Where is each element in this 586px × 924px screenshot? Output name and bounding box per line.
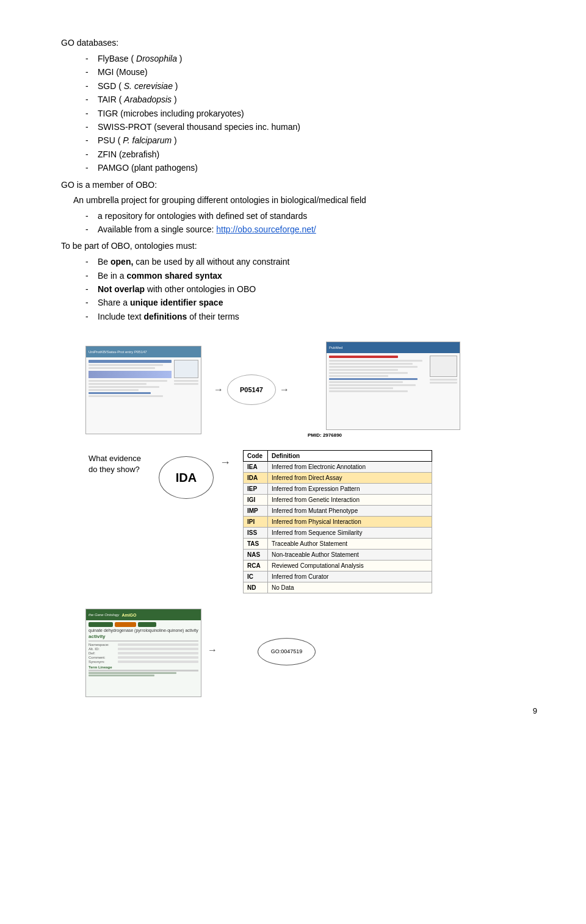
evidence-definition: Inferred from Genetic Interaction [268, 495, 432, 506]
uniprot-header: UniProtKB/Swiss-Prot entry P05147 [86, 346, 201, 357]
evidence-definition: No Data [268, 582, 432, 593]
arrow-to-p05147: → [214, 384, 223, 395]
evidence-code: IMP [244, 506, 268, 517]
table-row: IPIInferred from Physical Interaction [244, 517, 432, 528]
amigo-body: quinate dehydrogenase (pyrroloquinoline-… [86, 620, 201, 678]
table-header-code: Code [244, 451, 268, 462]
list-item-flybase: FlyBase ( Drosophila ) [85, 52, 537, 65]
pubmed-screenshot: PubMed [326, 342, 460, 430]
table-row: ICInferred from Curator [244, 571, 432, 582]
page-number: 9 [533, 706, 537, 715]
table-row: IGIInferred from Genetic Interaction [244, 495, 432, 506]
evidence-definition: Traceable Author Statement [268, 539, 432, 550]
list-item-pamgo: PAMGO (plant pathogens) [85, 161, 537, 174]
go-id-oval: GO:0047519 [258, 638, 316, 665]
list-item-available: Available from a single source: http://o… [85, 223, 537, 236]
table-row: IEAInferred from Electronic Annotation [244, 462, 432, 473]
uniprot-arrow-container: → P05147 → [214, 374, 289, 405]
evidence-definition: Inferred from Curator [268, 571, 432, 582]
table-row: NASNon-traceable Author Statement [244, 550, 432, 560]
arrow-from-p05147: → [280, 384, 289, 395]
list-item-repository: a repository for ontologies with defined… [85, 209, 537, 223]
bottom-diagram-row: What evidence do they show? IDA → Code D… [85, 450, 537, 593]
top-diagram-row: UniProtKB/Swiss-Prot entry P05147 [85, 342, 537, 438]
list-item-unique: Share a unique identifier space [85, 296, 537, 309]
amigo-arrow-container: → GO:0047519 [208, 635, 316, 665]
list-item-swissprot: SWISS-PROT (several thousand species inc… [85, 120, 537, 134]
evidence-definition: Inferred from Electronic Annotation [268, 462, 432, 473]
table-row: IEPInferred from Expression Pattern [244, 484, 432, 495]
list-item-not-overlap: Not overlap with other ontologies in OBO [85, 282, 537, 296]
evidence-code: RCA [244, 560, 268, 571]
amigo-header: the Gene Ontology AmiGO [86, 609, 201, 620]
evidence-code: IEA [244, 462, 268, 473]
evidence-definition: Inferred from Direct Assay [268, 473, 432, 484]
go-databases-text: GO databases: [61, 38, 118, 48]
list-item-sgd: SGD ( S. cerevisiae ) [85, 79, 537, 93]
evidence-definition: Reviewed Computational Analysis [268, 560, 432, 571]
pmid-label: PMID: 2976890 [308, 432, 342, 438]
diagrams-area: UniProtKB/Swiss-Prot entry P05147 [61, 342, 537, 697]
obo-must-label: To be part of OBO, ontologies must: [61, 240, 537, 252]
evidence-question: What evidence do they show? [85, 450, 153, 478]
amigo-arrow: → [208, 645, 217, 656]
evidence-code: ISS [244, 528, 268, 539]
table-row: RCAReviewed Computational Analysis [244, 560, 432, 571]
list-item-include: Include text definitions of their terms [85, 310, 537, 323]
obo-must-list: Be open, can be used by all without any … [85, 255, 537, 323]
table-row: IDAInferred from Direct Assay [244, 473, 432, 484]
table-row: ISSInferred from Sequence Similarity [244, 528, 432, 539]
pubmed-body [327, 353, 460, 396]
table-row: NDNo Data [244, 582, 432, 593]
obo-link[interactable]: http://obo.sourceforge.net/ [216, 224, 316, 234]
evidence-definition: Inferred from Expression Pattern [268, 484, 432, 495]
evidence-code: NAS [244, 550, 268, 560]
go-member-label: GO is a member of OBO: [61, 179, 537, 192]
list-item-tigr: TIGR (microbes including prokaryotes) [85, 107, 537, 120]
uniprot-body [86, 357, 201, 401]
list-item-open: Be open, can be used by all without any … [85, 255, 537, 268]
uniprot-screenshot: UniProtKB/Swiss-Prot entry P05147 [85, 346, 201, 434]
evidence-code: IGI [244, 495, 268, 506]
list-item-psu: PSU ( P. falciparum ) [85, 134, 537, 147]
go-databases-list: FlyBase ( Drosophila ) MGI (Mouse) SGD (… [85, 52, 537, 175]
go-member-desc: An umbrella project for grouping differe… [73, 194, 537, 207]
amigo-row: the Gene Ontology AmiGO quinate dehydrog… [85, 603, 537, 697]
evidence-code: IDA [244, 473, 268, 484]
list-item-mgi: MGI (Mouse) [85, 65, 537, 79]
evidence-code: TAS [244, 539, 268, 550]
table-row: IMPInferred from Mutant Phenotype [244, 506, 432, 517]
amigo-screenshot: the Gene Ontology AmiGO quinate dehydrog… [85, 609, 201, 697]
pubmed-header: PubMed [327, 342, 460, 353]
go-databases-label: GO databases: [61, 37, 537, 49]
evidence-definition: Non-traceable Author Statement [268, 550, 432, 560]
list-item-tair: TAIR ( Arabadopsis ) [85, 93, 537, 106]
table-row: TASTraceable Author Statement [244, 539, 432, 550]
evidence-table: Code Definition IEAInferred from Electro… [243, 450, 432, 593]
evidence-definition: Inferred from Mutant Phenotype [268, 506, 432, 517]
list-item-zfin: ZFIN (zebrafish) [85, 148, 537, 161]
evidence-code: IEP [244, 484, 268, 495]
evidence-table-body: IEAInferred from Electronic AnnotationID… [244, 462, 432, 593]
evidence-definition: Inferred from Physical Interaction [268, 517, 432, 528]
go-member-list: a repository for ontologies with defined… [85, 209, 537, 237]
evidence-code: ND [244, 582, 268, 593]
evidence-code: IC [244, 571, 268, 582]
evidence-code: IPI [244, 517, 268, 528]
evidence-definition: Inferred from Sequence Similarity [268, 528, 432, 539]
arrow-to-table: → [220, 456, 231, 469]
list-item-common: Be in a common shared syntax [85, 269, 537, 282]
table-header-definition: Definition [268, 451, 432, 462]
p05147-label: P05147 [227, 374, 276, 405]
ida-oval: IDA [159, 456, 214, 499]
page-content: GO databases: FlyBase ( Drosophila ) MGI… [0, 0, 586, 734]
